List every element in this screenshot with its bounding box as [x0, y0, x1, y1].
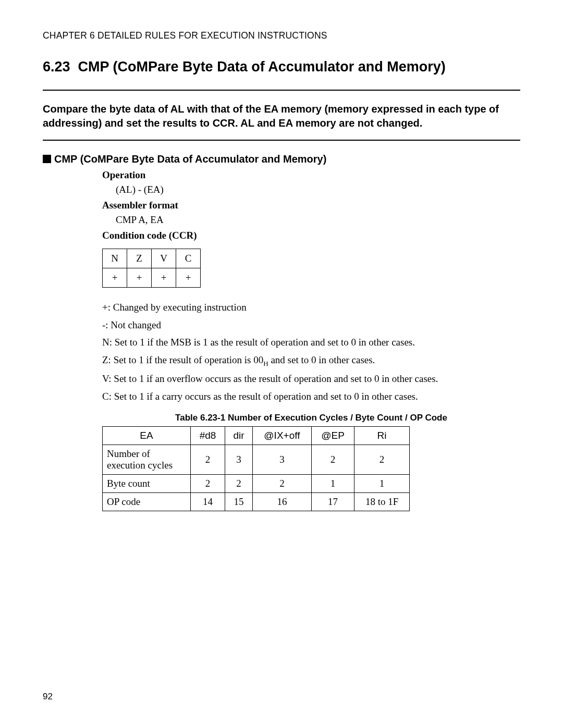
ccr-n-value: +: [103, 268, 127, 288]
page-number: 92: [43, 692, 53, 702]
table-cell: 2: [311, 445, 354, 475]
note-z-pre: Z: Set to 1 if the result of operation i…: [102, 354, 263, 365]
rule-bottom: [43, 140, 520, 141]
assembler-value: CMP A, EA: [116, 214, 520, 226]
ccr-header-row: N Z V C: [103, 249, 201, 268]
table-cell: 3: [252, 445, 311, 475]
ccr-value-row: + + + +: [103, 268, 201, 288]
section-number: 6.23: [43, 59, 70, 75]
table-cell: 1: [354, 475, 410, 493]
row-label: Number of execution cycles: [103, 445, 191, 475]
note-z: Z: Set to 1 if the result of operation i…: [102, 353, 520, 369]
section-title: 6.23 CMP (CoMPare Byte Data of Accumulat…: [43, 59, 520, 75]
table-cell: 2: [252, 475, 311, 493]
ccr-z-header: Z: [127, 249, 152, 268]
table-cell: 17: [311, 493, 354, 511]
table-cell: 2: [191, 475, 225, 493]
cycles-table: EA #d8 dir @IX+off @EP Ri Number of exec…: [102, 426, 410, 511]
table-cell: 14: [191, 493, 225, 511]
note-n: N: Set to 1 if the MSB is 1 as the resul…: [102, 335, 520, 350]
rule-top: [43, 90, 520, 91]
notes-block: +: Changed by executing instruction -: N…: [102, 300, 520, 403]
table-row: Number of execution cycles 2 3 3 2 2: [103, 445, 410, 475]
ccr-c-header: C: [176, 249, 201, 268]
table-row: OP code 14 15 16 17 18 to 1F: [103, 493, 410, 511]
th-d8: #d8: [191, 427, 225, 445]
table-cell: 16: [252, 493, 311, 511]
chapter-header: CHAPTER 6 DETAILED RULES FOR EXECUTION I…: [43, 30, 520, 41]
table-row: Byte count 2 2 2 1 1: [103, 475, 410, 493]
ccr-v-value: +: [152, 268, 176, 288]
th-ep: @EP: [311, 427, 354, 445]
th-ixoff: @IX+off: [252, 427, 311, 445]
intro-text: Compare the byte data of AL with that of…: [43, 102, 520, 130]
note-minus: -: Not changed: [102, 318, 520, 332]
row-label: OP code: [103, 493, 191, 511]
ccr-n-header: N: [103, 249, 127, 268]
subheading-text: CMP (CoMPare Byte Data of Accumulator an…: [54, 153, 326, 165]
note-c: C: Set to 1 if a carry occurs as the res…: [102, 389, 520, 404]
note-z-sub: H: [263, 359, 268, 367]
table-cell: 1: [311, 475, 354, 493]
table-header-row: EA #d8 dir @IX+off @EP Ri: [103, 427, 410, 445]
th-ea: EA: [103, 427, 191, 445]
th-dir: dir: [225, 427, 253, 445]
operation-value: (AL) - (EA): [116, 184, 520, 195]
ccr-table: N Z V C + + + +: [102, 249, 201, 288]
table-cell: 3: [225, 445, 253, 475]
square-bullet-icon: [43, 155, 51, 163]
table-cell: 2: [191, 445, 225, 475]
section-title-text: CMP (CoMPare Byte Data of Accumulator an…: [78, 59, 446, 75]
table-cell: 2: [354, 445, 410, 475]
assembler-label: Assembler format: [102, 200, 520, 211]
note-z-post: and set to 0 in other cases.: [268, 354, 375, 365]
table-caption: Table 6.23-1 Number of Execution Cycles …: [102, 413, 520, 423]
ccr-c-value: +: [176, 268, 201, 288]
subheading: CMP (CoMPare Byte Data of Accumulator an…: [43, 153, 520, 165]
note-v: V: Set to 1 if an overflow occurs as the…: [102, 372, 520, 386]
table-cell: 2: [225, 475, 253, 493]
th-ri: Ri: [354, 427, 410, 445]
operation-label: Operation: [102, 169, 520, 181]
row-label: Byte count: [103, 475, 191, 493]
condition-code-label: Condition code (CCR): [102, 230, 520, 241]
ccr-z-value: +: [127, 268, 152, 288]
table-cell: 15: [225, 493, 253, 511]
ccr-v-header: V: [152, 249, 176, 268]
table-cell: 18 to 1F: [354, 493, 410, 511]
note-plus: +: Changed by executing instruction: [102, 300, 520, 315]
